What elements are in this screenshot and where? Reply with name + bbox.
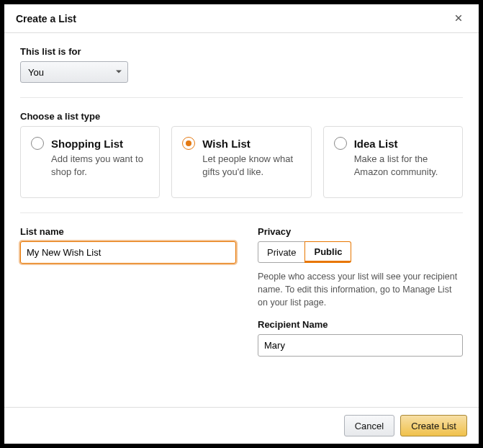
dialog-header: Create a List	[4, 4, 479, 33]
radio-icon	[334, 137, 347, 150]
list-for-select-wrap: You	[20, 61, 128, 83]
list-name-input[interactable]	[20, 241, 236, 264]
list-type-idea[interactable]: Idea List Make a list for the Amazon com…	[323, 126, 463, 198]
list-name-col: List name	[20, 226, 236, 264]
list-type-shopping[interactable]: Shopping List Add items you want to shop…	[20, 126, 160, 198]
cancel-button[interactable]: Cancel	[344, 415, 394, 436]
name-privacy-row: List name Privacy Private Public People …	[20, 226, 463, 357]
privacy-tabs: Private Public	[258, 241, 463, 263]
privacy-col: Privacy Private Public People who access…	[258, 226, 463, 357]
recipient-input[interactable]	[258, 334, 463, 357]
privacy-label: Privacy	[258, 226, 463, 237]
radio-icon	[31, 137, 44, 150]
list-type-desc: Add items you want to shop for.	[51, 153, 149, 178]
list-type-desc: Make a list for the Amazon community.	[354, 153, 452, 178]
list-name-label: List name	[20, 226, 236, 237]
list-type-row: Shopping List Add items you want to shop…	[20, 126, 463, 198]
list-type-title: Shopping List	[51, 138, 123, 150]
create-list-dialog: Create a List This list is for You Choos…	[4, 4, 479, 444]
list-type-label: Choose a list type	[20, 111, 463, 122]
radio-icon	[182, 137, 195, 150]
list-type-title: Wish List	[202, 138, 250, 150]
create-list-button[interactable]: Create List	[400, 415, 467, 436]
dialog-title: Create a List	[16, 13, 450, 24]
close-icon	[454, 13, 463, 24]
privacy-public-tab[interactable]: Public	[304, 241, 351, 263]
privacy-private-tab[interactable]: Private	[258, 241, 305, 263]
list-type-desc: Let people know what gifts you'd like.	[202, 153, 300, 178]
dialog-footer: Cancel Create List	[4, 407, 479, 444]
divider	[20, 212, 463, 213]
dialog-body: This list is for You Choose a list type …	[4, 33, 479, 407]
divider	[20, 97, 463, 98]
list-type-title: Idea List	[354, 138, 398, 150]
list-for-label: This list is for	[20, 46, 463, 57]
list-type-wish[interactable]: Wish List Let people know what gifts you…	[171, 126, 311, 198]
privacy-note: People who access your list will see you…	[258, 270, 463, 309]
list-for-select[interactable]: You	[20, 61, 128, 83]
recipient-wrap: Recipient Name	[258, 319, 463, 357]
close-button[interactable]	[450, 10, 467, 27]
recipient-label: Recipient Name	[258, 319, 463, 330]
